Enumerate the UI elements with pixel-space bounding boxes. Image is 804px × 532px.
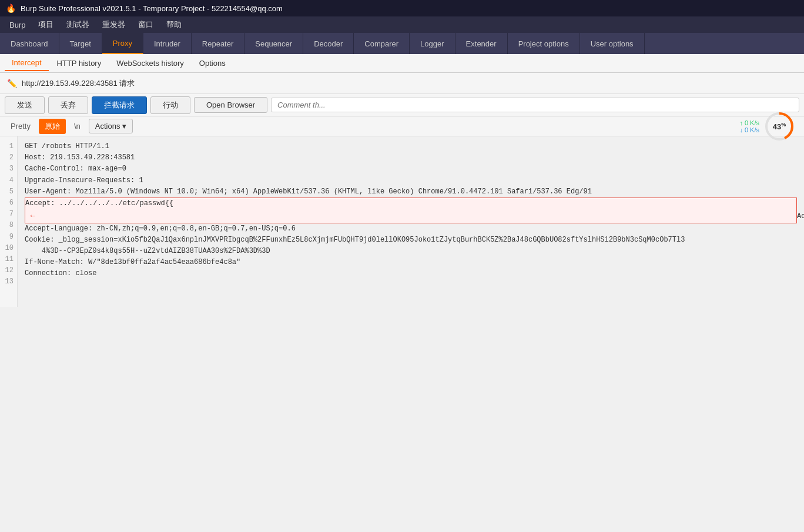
titlebar: 🔥 Burp Suite Professional v2021.5.1 - Te… bbox=[0, 0, 804, 16]
tab-decoder[interactable]: Decoder bbox=[303, 33, 354, 54]
traffic-stats: ↑ 0 K/s ↓ 0 K/s bbox=[739, 119, 759, 133]
tab-extender[interactable]: Extender bbox=[455, 33, 508, 54]
traffic-circle: 43% bbox=[764, 111, 795, 142]
app-logo: 🔥 bbox=[6, 4, 16, 13]
menubar: Burp 项目 测试器 重发器 窗口 帮助 bbox=[0, 16, 804, 33]
traffic-up: ↑ 0 K/s bbox=[739, 119, 759, 126]
request-editor: 12345678910111213 GET /robots HTTP/1.1 H… bbox=[0, 136, 804, 307]
discard-button[interactable]: 丢弃 bbox=[48, 96, 88, 114]
request-line-6: Accept: ../../../../../etc/passwd{{ ← bbox=[25, 198, 797, 223]
tab-logger[interactable]: Logger bbox=[410, 33, 455, 54]
action-toolbar: 发送 丢弃 拦截请求 行动 Open Browser bbox=[0, 94, 804, 116]
request-line-11: Connection: close bbox=[25, 269, 96, 277]
menu-project[interactable]: 项目 bbox=[32, 17, 59, 32]
traffic-percent: 43% bbox=[773, 121, 786, 131]
subtab-http-history[interactable]: HTTP history bbox=[50, 56, 109, 71]
send-button[interactable]: 发送 bbox=[5, 96, 45, 114]
sub-tabs: Intercept HTTP history WebSockets histor… bbox=[0, 54, 804, 73]
tab-repeater[interactable]: Repeater bbox=[192, 33, 244, 54]
nav-tabs: Dashboard Target Proxy Intruder Repeater… bbox=[0, 33, 804, 54]
newline-tab[interactable]: \n bbox=[68, 119, 86, 133]
menu-help[interactable]: 帮助 bbox=[160, 17, 187, 32]
tab-comparer[interactable]: Comparer bbox=[354, 33, 410, 54]
request-url: http://219.153.49.228:43581 请求 bbox=[22, 78, 135, 89]
request-line-3: Cache-Control: max-age=0 bbox=[25, 165, 126, 173]
menu-repeater[interactable]: 重发器 bbox=[96, 17, 131, 32]
raw-tab[interactable]: 原始 bbox=[39, 119, 66, 134]
open-browser-button[interactable]: Open Browser bbox=[194, 97, 267, 113]
menu-burp[interactable]: Burp bbox=[4, 18, 31, 32]
menu-tester[interactable]: 测试器 bbox=[61, 17, 95, 32]
request-line-4: Upgrade-Insecure-Requests: 1 bbox=[25, 176, 143, 185]
menu-window[interactable]: 窗口 bbox=[132, 17, 159, 32]
request-line-1: GET /robots HTTP/1.1 bbox=[25, 142, 109, 150]
app-title: Burp Suite Professional v2021.5.1 - Temp… bbox=[21, 4, 283, 13]
request-line-5: User-Agent: Mozilla/5.0 (Windows NT 10.0… bbox=[25, 188, 592, 196]
tab-user-options[interactable]: User options bbox=[580, 33, 645, 54]
actions-label: Actions bbox=[95, 122, 120, 131]
action-button[interactable]: 行动 bbox=[150, 96, 190, 114]
line-numbers: 12345678910111213 bbox=[0, 136, 18, 307]
tab-project-options[interactable]: Project options bbox=[508, 33, 580, 54]
edit-icon: ✏️ bbox=[7, 79, 17, 88]
traffic-down: ↓ 0 K/s bbox=[739, 126, 759, 133]
url-bar: ✏️ http://219.153.49.228:43581 请求 bbox=[0, 73, 804, 94]
tab-sequencer[interactable]: Sequencer bbox=[244, 33, 303, 54]
subtab-intercept[interactable]: Intercept bbox=[5, 55, 49, 71]
request-line-7: Accept-Encoding: gzip, deflate bbox=[797, 212, 804, 220]
actions-button[interactable]: Actions ▾ bbox=[89, 119, 133, 133]
tab-target[interactable]: Target bbox=[59, 33, 102, 54]
request-line-2: Host: 219.153.49.228:43581 bbox=[25, 153, 135, 162]
subtab-options[interactable]: Options bbox=[192, 56, 233, 71]
pretty-tab[interactable]: Pretty bbox=[5, 119, 36, 133]
tab-dashboard[interactable]: Dashboard bbox=[0, 33, 59, 54]
request-line-8: Accept-Language: zh-CN,zh;q=0.9,en;q=0.8… bbox=[25, 225, 296, 233]
tab-proxy[interactable]: Proxy bbox=[102, 33, 143, 54]
intercept-button[interactable]: 拦截请求 bbox=[92, 96, 147, 114]
actions-chevron-icon: ▾ bbox=[122, 122, 126, 131]
editor-toolbar: Pretty 原始 \n Actions ▾ ↑ 0 K/s ↓ 0 K/s 4… bbox=[0, 116, 804, 136]
request-line-10: If-None-Match: W/"8de13bf0ffa2af4ac54eaa… bbox=[25, 258, 240, 266]
subtab-websockets-history[interactable]: WebSockets history bbox=[109, 56, 191, 71]
comment-input[interactable] bbox=[271, 98, 799, 112]
tab-intruder[interactable]: Intruder bbox=[143, 33, 192, 54]
request-content[interactable]: GET /robots HTTP/1.1 Host: 219.153.49.22… bbox=[18, 136, 804, 307]
request-line-9: Cookie: _blog_session=xKio5fb2QaJ1Qax6np… bbox=[25, 236, 685, 255]
